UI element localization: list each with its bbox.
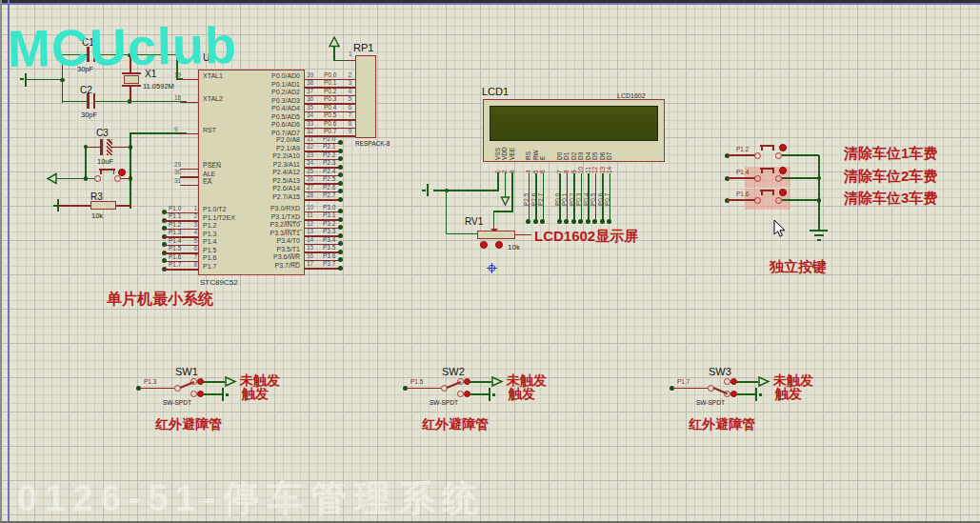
respack-pin-number: 3 <box>348 79 351 86</box>
lcd-pin-name: VDD <box>501 137 508 160</box>
switch-state-dot[interactable] <box>464 391 470 397</box>
wire <box>728 199 755 201</box>
net-label: P1.6 <box>169 253 181 260</box>
mcu-pin-row: 18 <box>174 94 198 103</box>
ground-bar <box>489 388 490 401</box>
pin-stub-wire <box>346 60 355 62</box>
pot-pin-dot[interactable] <box>480 241 488 249</box>
wire <box>446 233 477 235</box>
push-button-row: P1.2 清除车位1车费 <box>724 144 971 167</box>
respack-rp1-body[interactable] <box>355 55 376 138</box>
spdt-switch: SW2 P1.5 未触发 触发 SW-SPDT 红外避障管 <box>403 367 622 435</box>
ground-tick <box>226 393 229 396</box>
net-label: P3.7 <box>323 260 335 267</box>
cap-c2-ref: C2 <box>80 85 92 95</box>
wire <box>782 177 819 179</box>
switch-top-contact[interactable] <box>724 378 730 385</box>
button-contact[interactable] <box>754 175 761 182</box>
respack-pin-number: 7 <box>348 111 351 118</box>
net-label: P3.3 <box>323 228 335 234</box>
switch-bottom-contact[interactable] <box>457 391 464 397</box>
wire <box>139 388 175 390</box>
pin-number: 18 <box>174 94 181 101</box>
button-leg <box>772 170 774 173</box>
wire <box>493 211 513 212</box>
lcd-pin-name: D3 <box>577 137 584 160</box>
pin-number: 31 <box>174 177 181 184</box>
switch-bottom-contact[interactable] <box>724 391 730 397</box>
respack-rp1-ref: RP1 <box>353 42 373 53</box>
net-label: P0.1 <box>324 79 336 86</box>
pin-number: 8 <box>193 261 197 268</box>
button-leg <box>761 191 763 195</box>
net-terminal-dot <box>540 219 545 224</box>
wire <box>529 173 530 221</box>
pin-number: 32 <box>307 128 313 134</box>
switch-on-label: 触发 <box>775 386 802 403</box>
junction-dot <box>817 176 822 181</box>
mcu-pin-row: 17P3.7 <box>305 261 343 270</box>
canvas-border-left <box>8 0 10 523</box>
net-label: P3.6 <box>323 252 335 259</box>
net-terminal-dot <box>338 197 343 202</box>
crystal-x1-body[interactable] <box>124 75 139 84</box>
wire <box>543 173 545 221</box>
switch-state-dot[interactable] <box>730 391 737 397</box>
switch-bottom-contact[interactable] <box>190 391 197 397</box>
button-contact[interactable] <box>775 175 782 182</box>
lcd-pin-number: 9 <box>570 161 577 173</box>
wire <box>56 178 95 180</box>
wire <box>581 173 583 221</box>
button-state-dot[interactable] <box>779 167 787 174</box>
mcuclub-watermark: MCUclub <box>7 15 237 78</box>
button-state-dot[interactable] <box>779 189 787 196</box>
switch-state-dot[interactable] <box>197 378 204 385</box>
reset-button-contact[interactable] <box>94 175 101 182</box>
power-arrow-down-icon <box>500 196 510 206</box>
reset-button-state-dot[interactable] <box>118 169 126 176</box>
button-contact[interactable] <box>775 197 782 204</box>
pin-number: 3 <box>193 221 197 228</box>
junction-dot <box>84 176 89 181</box>
button-contact[interactable] <box>754 197 761 204</box>
pin-number: 12 <box>307 220 313 227</box>
button-state-dot[interactable] <box>779 144 787 151</box>
button-contact[interactable] <box>775 152 782 159</box>
pot-rv1-body[interactable] <box>477 231 515 239</box>
net-label: P1.4 <box>736 169 749 175</box>
ground-tick <box>53 205 57 207</box>
pin-stub-wire <box>164 269 198 271</box>
wire <box>204 393 222 395</box>
pot-pin-dot[interactable] <box>495 241 503 249</box>
wire-vee <box>511 172 513 211</box>
switch-state-dot[interactable] <box>730 378 737 385</box>
lcd-pin-column: VEE 3 <box>508 99 516 232</box>
mcu-pin-row: 9 <box>174 126 198 134</box>
net-label: P3.5 <box>323 244 335 251</box>
pin-number: 33 <box>307 120 313 127</box>
switch-top-contact[interactable] <box>457 378 464 385</box>
switch-caption: 红外避障管 <box>422 416 489 433</box>
lcd-pin-name: D2 <box>570 137 577 160</box>
button-contact[interactable] <box>754 152 761 159</box>
wire <box>446 191 448 234</box>
switch-type-label: SW-SPDT <box>696 399 725 406</box>
lcd-pin-number: 4 <box>525 161 531 173</box>
lcd-pin-name: RW <box>532 137 539 160</box>
switch-state-dot[interactable] <box>464 378 470 385</box>
lcd-pin-column: E 6 P2.7 <box>539 99 548 232</box>
net-label: P0.6 <box>324 120 336 127</box>
mcu-pin-row: 31 <box>174 177 198 186</box>
lcd-pin-name: VSS <box>494 137 501 160</box>
lcd-pin-name: D0 <box>556 137 563 160</box>
pin-number: 37 <box>307 88 313 94</box>
switch-state-dot[interactable] <box>197 391 204 397</box>
resistor-r3-body[interactable] <box>90 201 116 210</box>
power-arrow-right-icon <box>224 375 237 388</box>
lcd-pin-name: D7 <box>606 137 612 160</box>
key-function-label: 清除车位3车费 <box>844 190 937 208</box>
switch-top-contact[interactable] <box>190 378 197 385</box>
lcd-pin-name: D4 <box>585 137 591 160</box>
crystal-x1-value: 11.0592M <box>143 82 174 91</box>
respack-pin-number: 2 <box>348 71 351 78</box>
